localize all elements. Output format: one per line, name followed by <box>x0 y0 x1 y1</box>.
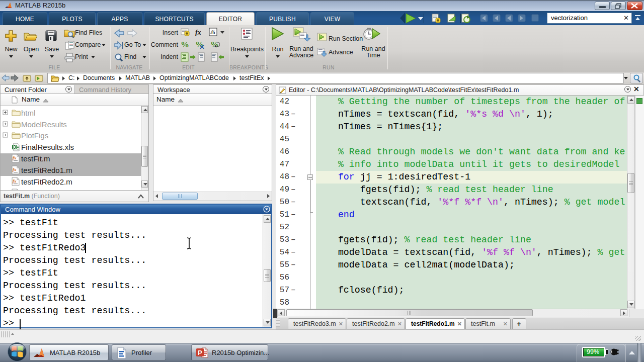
svg-text:fi: fi <box>212 30 215 35</box>
svg-text:P: P <box>198 349 202 356</box>
svg-text:%: % <box>181 40 189 49</box>
svg-text:%: % <box>210 40 219 49</box>
svg-text:fx: fx <box>195 29 201 36</box>
svg-text:✕: ✕ <box>199 43 205 51</box>
